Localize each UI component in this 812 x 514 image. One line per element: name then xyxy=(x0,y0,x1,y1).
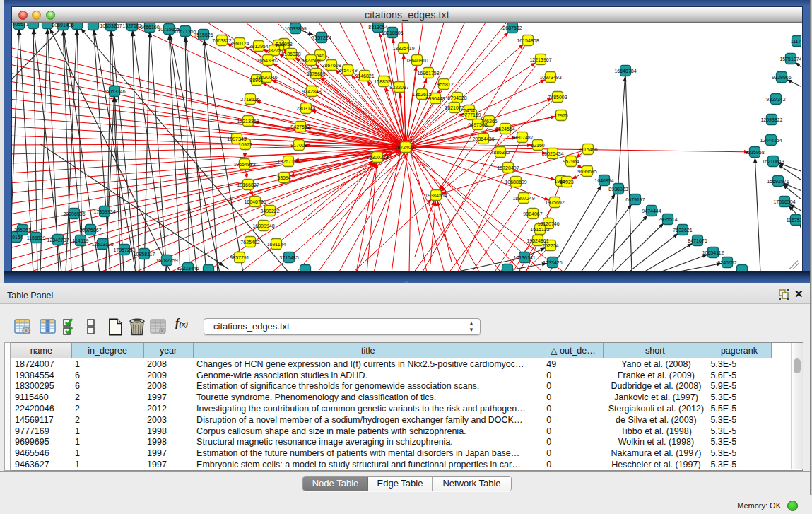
svg-text:19654983: 19654983 xyxy=(233,162,255,167)
svg-text:11172: 11172 xyxy=(791,39,801,44)
svg-text:3960124: 3960124 xyxy=(230,41,249,46)
svg-text:17359934: 17359934 xyxy=(93,209,115,214)
svg-text:7625402: 7625402 xyxy=(240,240,259,245)
svg-text:8215958: 8215958 xyxy=(745,150,764,155)
svg-text:39154: 39154 xyxy=(12,235,23,240)
svg-text:20691406: 20691406 xyxy=(52,23,73,28)
svg-text:9115460: 9115460 xyxy=(579,147,598,152)
svg-text:7485003: 7485003 xyxy=(548,95,567,100)
svg-text:12444154: 12444154 xyxy=(760,138,782,143)
svg-text:53594: 53594 xyxy=(277,175,291,180)
svg-text:64923: 64923 xyxy=(560,180,574,185)
svg-text:12213967: 12213967 xyxy=(529,57,551,62)
svg-text:19218506: 19218506 xyxy=(381,30,403,35)
svg-text:3624554: 3624554 xyxy=(495,127,514,132)
svg-text:38275: 38275 xyxy=(267,48,281,53)
svg-text:1156829: 1156829 xyxy=(27,235,46,240)
svg-text:9857791: 9857791 xyxy=(230,255,249,260)
svg-text:16120746: 16120746 xyxy=(537,221,559,226)
svg-text:15751074: 15751074 xyxy=(779,57,801,62)
svg-text:16046736: 16046736 xyxy=(244,199,266,204)
svg-text:7955812: 7955812 xyxy=(434,82,453,87)
svg-text:2718126: 2718126 xyxy=(240,97,259,102)
svg-text:2687682: 2687682 xyxy=(502,25,522,30)
svg-text:12213369: 12213369 xyxy=(237,119,259,124)
svg-text:6497568: 6497568 xyxy=(468,122,487,127)
svg-text:1167533: 1167533 xyxy=(787,218,801,223)
svg-text:817008: 817008 xyxy=(290,143,307,148)
svg-text:957964: 957964 xyxy=(563,159,579,164)
svg-text:10688609: 10688609 xyxy=(505,180,526,185)
svg-text:10654112: 10654112 xyxy=(702,250,724,255)
svg-text:6679197: 6679197 xyxy=(625,197,645,202)
svg-text:1975692: 1975692 xyxy=(545,200,564,205)
svg-text:3912954: 3912954 xyxy=(249,44,268,49)
svg-text:6466160: 6466160 xyxy=(140,25,159,30)
svg-text:12503135: 12503135 xyxy=(91,242,113,247)
svg-text:114519: 114519 xyxy=(73,238,89,243)
svg-text:19166827: 19166827 xyxy=(237,182,259,187)
svg-text:26053346: 26053346 xyxy=(103,89,125,94)
svg-text:12093822: 12093822 xyxy=(760,117,782,122)
svg-text:18640910: 18640910 xyxy=(406,58,428,63)
svg-text:1621072: 1621072 xyxy=(445,105,464,110)
svg-text:13267130: 13267130 xyxy=(277,159,299,164)
svg-text:8427552: 8427552 xyxy=(290,124,310,129)
svg-text:1588520: 1588520 xyxy=(374,79,393,84)
svg-text:7515526: 7515526 xyxy=(194,33,213,37)
svg-text:15720407: 15720407 xyxy=(497,165,519,170)
svg-text:1733426: 1733426 xyxy=(543,260,562,265)
svg-text:18807249: 18807249 xyxy=(512,196,534,201)
svg-text:62160: 62160 xyxy=(531,143,545,148)
svg-text:3875685: 3875685 xyxy=(306,71,325,76)
svg-text:546: 546 xyxy=(316,53,324,58)
svg-text:10853257: 10853257 xyxy=(100,23,122,28)
svg-text:2935514: 2935514 xyxy=(658,217,677,222)
svg-text:20206536: 20206536 xyxy=(63,211,85,216)
svg-text:9084067: 9084067 xyxy=(523,211,542,216)
svg-text:1097343: 1097343 xyxy=(227,136,246,141)
svg-text:9777169: 9777169 xyxy=(461,112,481,117)
svg-text:8322037: 8322037 xyxy=(389,85,408,90)
svg-text:1615132: 1615132 xyxy=(530,227,549,232)
svg-text:13325419: 13325419 xyxy=(392,46,414,51)
svg-text:20364436: 20364436 xyxy=(472,136,494,141)
svg-text:6794028: 6794028 xyxy=(447,95,466,100)
svg-text:14136141: 14136141 xyxy=(513,255,535,260)
svg-text:8454749: 8454749 xyxy=(338,68,357,73)
svg-text:10025434: 10025434 xyxy=(541,151,563,156)
svg-text:1527602: 1527602 xyxy=(122,23,141,28)
svg-text:9699695: 9699695 xyxy=(577,169,596,174)
svg-text:252254: 252254 xyxy=(542,243,558,248)
svg-text:15692971: 15692971 xyxy=(767,179,789,184)
svg-text:16210643: 16210643 xyxy=(762,159,784,164)
svg-text:16154808: 16154808 xyxy=(517,38,539,43)
svg-text:12323446: 12323446 xyxy=(177,266,199,271)
svg-text:16543362: 16543362 xyxy=(257,58,278,63)
svg-text:8471676: 8471676 xyxy=(688,238,707,243)
svg-text:3716485: 3716485 xyxy=(279,255,298,260)
svg-text:17016504: 17016504 xyxy=(773,199,795,204)
svg-text:10973493: 10973493 xyxy=(539,75,561,80)
svg-text:8813054: 8813054 xyxy=(368,25,387,30)
svg-text:9227342: 9227342 xyxy=(766,97,785,102)
svg-text:16648784: 16648784 xyxy=(614,69,636,74)
svg-text:16909948: 16909948 xyxy=(252,223,274,228)
svg-text:10807487: 10807487 xyxy=(511,135,533,140)
svg-text:9474444: 9474444 xyxy=(642,209,661,214)
svg-text:9242848: 9242848 xyxy=(302,89,321,94)
svg-text:9327508: 9327508 xyxy=(301,58,320,63)
svg-text:18724007: 18724007 xyxy=(394,145,416,150)
svg-text:13227: 13227 xyxy=(271,43,286,48)
svg-text:1691144: 1691144 xyxy=(267,242,286,247)
svg-text:16033809: 16033809 xyxy=(284,26,306,31)
svg-text:8938923: 8938923 xyxy=(608,187,628,192)
svg-text:2405571: 2405571 xyxy=(12,23,29,27)
svg-text:10958117: 10958117 xyxy=(134,252,155,257)
svg-text:12975: 12975 xyxy=(554,113,568,118)
svg-text:16961758: 16961758 xyxy=(417,71,439,76)
svg-text:98961: 98961 xyxy=(249,78,264,83)
svg-text:17957253: 17957253 xyxy=(113,247,135,252)
svg-text:12342737: 12342737 xyxy=(47,238,69,243)
svg-text:16671355: 16671355 xyxy=(174,29,196,34)
